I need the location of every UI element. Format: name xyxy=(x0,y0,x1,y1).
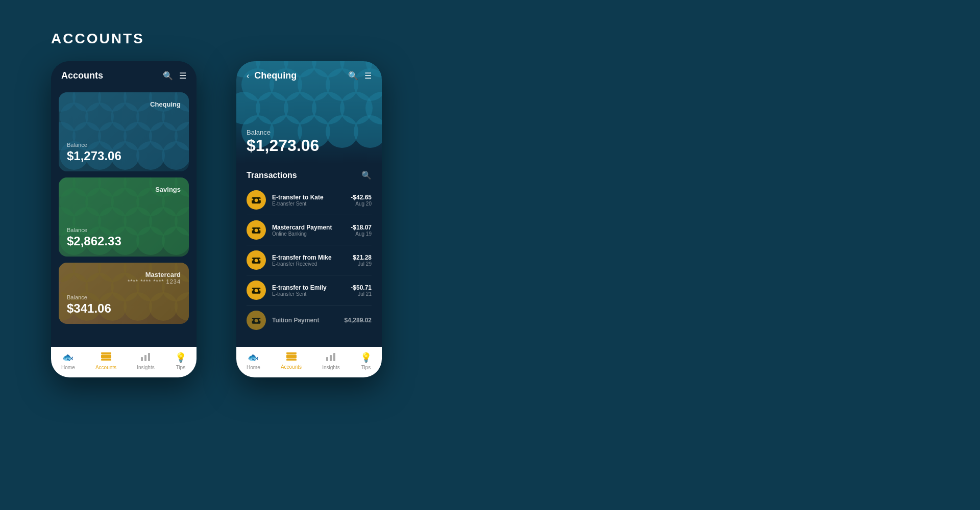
chequing-balance: $1,273.06 xyxy=(67,149,181,163)
transaction-sub-3: E-transfer Received xyxy=(272,261,347,267)
mastercard-balance: $341.06 xyxy=(67,301,181,316)
transactions-search-icon[interactable]: 🔍 xyxy=(361,170,372,180)
hero-balance: $1,273.06 xyxy=(247,136,372,155)
transaction-icon-1 xyxy=(247,190,266,210)
transaction-item-1[interactable]: E-transfer to Kate E-transfer Sent -$42.… xyxy=(236,185,382,215)
insights-icon-right xyxy=(326,352,335,363)
svg-rect-66 xyxy=(148,353,150,361)
home-icon-right: 🐟 xyxy=(248,352,259,363)
transaction-amounts-1: -$42.65 Aug 20 xyxy=(351,194,372,207)
bottom-nav-left: 🐟 Home Accounts Insights 💡 Tips xyxy=(51,347,197,377)
svg-rect-99 xyxy=(251,259,253,261)
transaction-sub-1: E-transfer Sent xyxy=(272,201,345,207)
phone-right-title: Chequing xyxy=(254,70,297,81)
transaction-info-5: Tuition Payment xyxy=(272,317,338,324)
transaction-item-4[interactable]: E-transfer to Emily E-transfer Sent -$50… xyxy=(236,275,382,305)
search-icon-left[interactable]: 🔍 xyxy=(163,71,173,81)
tips-icon-right: 💡 xyxy=(360,352,372,363)
svg-rect-62 xyxy=(101,354,111,359)
menu-icon-right[interactable]: ☰ xyxy=(364,71,372,81)
transaction-info-1: E-transfer to Kate E-transfer Sent xyxy=(272,194,345,207)
transaction-name-1: E-transfer to Kate xyxy=(272,194,345,201)
transaction-info-2: Mastercard Payment Online Banking xyxy=(272,224,345,237)
transaction-date-2: Aug 19 xyxy=(351,231,372,237)
nav-insights-label-left: Insights xyxy=(137,365,154,370)
nav-accounts-label-left: Accounts xyxy=(95,365,116,370)
nav-accounts-right[interactable]: Accounts xyxy=(281,352,302,370)
transaction-date-4: Jul 21 xyxy=(351,291,372,297)
transaction-amounts-2: -$18.07 Aug 19 xyxy=(351,224,372,237)
back-button[interactable]: ‹ xyxy=(247,71,249,81)
transaction-amount-3: $21.28 xyxy=(353,254,372,261)
header-icons-left: 🔍 ☰ xyxy=(163,71,186,81)
nav-tips-right[interactable]: 💡 Tips xyxy=(360,352,372,370)
nav-insights-right[interactable]: Insights xyxy=(322,352,339,370)
page-title: ACCOUNTS xyxy=(51,31,144,47)
insights-icon-left xyxy=(141,352,150,363)
svg-point-106 xyxy=(255,319,258,323)
nav-accounts-left[interactable]: Accounts xyxy=(95,352,116,370)
nav-home-left[interactable]: 🐟 Home xyxy=(61,352,75,370)
transaction-icon-2 xyxy=(247,220,266,240)
nav-home-right[interactable]: 🐟 Home xyxy=(247,352,260,370)
svg-rect-104 xyxy=(259,289,261,291)
chequing-card-content: Chequing Balance $1,273.06 xyxy=(67,100,181,163)
transaction-amounts-3: $21.28 Jul 29 xyxy=(353,254,372,267)
svg-rect-100 xyxy=(259,259,261,261)
nav-home-label-left: Home xyxy=(61,365,75,370)
accounts-list: Chequing Balance $1,273.06 xyxy=(51,87,197,347)
transaction-amounts-4: -$50.71 Jul 21 xyxy=(351,284,372,297)
transactions-header: Transactions 🔍 xyxy=(236,163,382,185)
transaction-item-2[interactable]: Mastercard Payment Online Banking -$18.0… xyxy=(236,215,382,245)
mastercard-number: **** **** **** 1234 xyxy=(67,278,181,285)
transaction-icon-5 xyxy=(247,311,266,330)
nav-accounts-label-right: Accounts xyxy=(281,364,302,370)
chequing-balance-label: Balance xyxy=(67,142,181,148)
savings-balance: $2,862.33 xyxy=(67,234,181,248)
svg-rect-113 xyxy=(330,355,332,361)
bottom-nav-right: 🐟 Home Accounts Insights 💡 Tips xyxy=(236,347,382,377)
transaction-item-5[interactable]: Tuition Payment $4,289.02 xyxy=(236,305,382,335)
mastercard-card[interactable]: Mastercard **** **** **** 1234 Balance $… xyxy=(59,263,189,324)
svg-rect-108 xyxy=(259,319,261,321)
savings-card[interactable]: Savings Balance $2,862.33 xyxy=(59,177,189,257)
nav-home-label-right: Home xyxy=(247,365,260,370)
transaction-name-4: E-transfer to Emily xyxy=(272,284,345,291)
tips-icon-left: 💡 xyxy=(175,352,186,363)
nav-tips-left[interactable]: 💡 Tips xyxy=(175,352,186,370)
svg-rect-107 xyxy=(251,319,253,321)
svg-rect-109 xyxy=(286,352,297,354)
svg-rect-95 xyxy=(251,229,253,231)
svg-rect-112 xyxy=(326,357,328,361)
svg-rect-114 xyxy=(333,353,335,361)
transaction-info-3: E-transfer from Mike E-transfer Received xyxy=(272,254,347,267)
phone-right: ‹ Chequing 🔍 ☰ Balance $1,273.06 Transac… xyxy=(236,61,382,377)
transaction-sub-2: Online Banking xyxy=(272,231,345,237)
nav-insights-left[interactable]: Insights xyxy=(137,352,154,370)
transaction-amount-5: $4,289.02 xyxy=(345,317,372,324)
svg-point-98 xyxy=(255,259,258,263)
transaction-item-3[interactable]: E-transfer from Mike E-transfer Received… xyxy=(236,245,382,275)
savings-card-type: Savings xyxy=(67,186,181,193)
transaction-info-4: E-transfer to Emily E-transfer Sent xyxy=(272,284,345,297)
svg-rect-61 xyxy=(101,352,111,354)
savings-card-content: Savings Balance $2,862.33 xyxy=(67,186,181,248)
transaction-name-2: Mastercard Payment xyxy=(272,224,345,231)
svg-rect-92 xyxy=(259,199,261,200)
transaction-icon-3 xyxy=(247,250,266,270)
svg-rect-65 xyxy=(144,355,146,361)
nav-tips-label-right: Tips xyxy=(361,365,371,370)
hero-balance-label: Balance xyxy=(247,129,372,136)
chequing-card[interactable]: Chequing Balance $1,273.06 xyxy=(59,92,189,171)
transaction-icon-4 xyxy=(247,280,266,300)
svg-rect-110 xyxy=(286,354,297,359)
menu-icon-left[interactable]: ☰ xyxy=(179,71,186,81)
svg-rect-96 xyxy=(259,229,261,231)
svg-point-102 xyxy=(255,289,258,293)
transaction-name-3: E-transfer from Mike xyxy=(272,254,347,261)
svg-rect-111 xyxy=(286,359,297,361)
transaction-date-3: Jul 29 xyxy=(353,261,372,267)
nav-tips-label-left: Tips xyxy=(176,365,186,370)
search-icon-right[interactable]: 🔍 xyxy=(348,71,358,81)
svg-rect-103 xyxy=(251,289,253,291)
